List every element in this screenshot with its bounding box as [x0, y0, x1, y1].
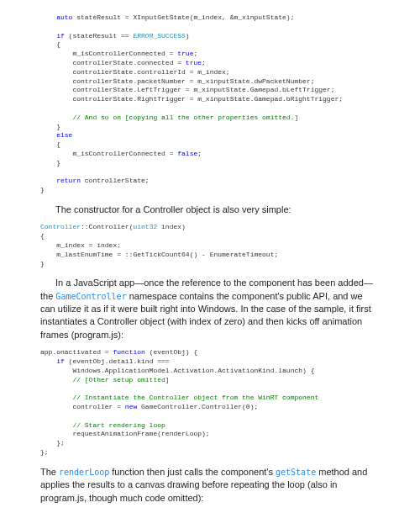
code-text: GameController.Controller(0);	[137, 403, 258, 410]
comment: // Instantiate the Controller object fro…	[72, 394, 318, 401]
code-text: controller =	[40, 403, 125, 410]
api-renderloop: renderLoop	[59, 468, 109, 477]
keyword-function: function	[113, 348, 144, 356]
type-uint32: uint32	[133, 223, 157, 230]
const-error-success: ERROR_SUCCESS	[133, 32, 185, 40]
code-text: (stateResult ==	[65, 32, 134, 40]
code-text: controllerState.controllerId = m_index;	[56, 68, 229, 76]
code-text: controllerState.connected =	[56, 59, 186, 66]
code-text: )	[186, 32, 190, 40]
code-block-2: Controller::Controller(uint32 index) { m…	[40, 223, 380, 268]
code-text: controllerState;	[81, 177, 150, 184]
comment: // Start rendering loop	[72, 421, 165, 429]
code-text: ::Controller(	[81, 223, 133, 230]
code-text: index)	[157, 223, 186, 230]
brace: {	[56, 140, 60, 148]
code-text	[40, 357, 56, 365]
code-text: controllerState.LeftTrigger = m_xinputSt…	[56, 86, 334, 93]
code-text: (eventObj.detail.kind ===	[65, 357, 170, 365]
keyword-if: if	[56, 32, 65, 40]
brace: {	[56, 40, 60, 48]
para3-text-a: The	[40, 467, 59, 477]
para3-text-c: function then just calls the component's	[109, 467, 276, 477]
brace: {	[40, 232, 45, 240]
param-index: index	[97, 241, 117, 249]
code-block-1: auto stateResult = XInputGetState(m_inde…	[40, 13, 380, 195]
brace: }	[56, 159, 60, 167]
comment: // And so on [copying all the other prop…	[72, 114, 298, 121]
keyword-return: return	[56, 177, 81, 184]
api-gamecontroller: GameController	[55, 292, 126, 301]
brace: }	[56, 123, 60, 130]
code-text: controllerState.RightTrigger = m_xinputS…	[56, 95, 343, 103]
paragraph-2: In a JavaScript app—once the reference t…	[40, 277, 380, 341]
keyword-auto: auto	[56, 13, 72, 21]
code-text: app.onactivated =	[40, 348, 113, 356]
brace: }	[40, 186, 45, 193]
code-text: controllerState.packetNumber = m_xinputS…	[56, 77, 314, 85]
code-text: ;	[202, 59, 206, 66]
keyword-else: else	[56, 131, 72, 139]
keyword-if: if	[56, 357, 65, 365]
code-text: m_isControllerConnected =	[56, 150, 177, 157]
code-text: m_lastEnumTime = ::GetTickCount64() - En…	[40, 251, 278, 258]
paragraph-1: The constructor for a Controller object …	[40, 204, 380, 216]
code-text: };	[40, 448, 49, 456]
code-text: (eventObj) {	[145, 348, 197, 356]
code-text: ;	[193, 50, 197, 57]
paragraph-3: The renderLoop function then just calls …	[40, 466, 380, 505]
api-getstate: getState	[276, 468, 316, 477]
keyword-true: true	[186, 59, 202, 66]
keyword-true: true	[177, 50, 193, 57]
code-text: stateResult = XInputGetState(m_index, &m…	[72, 13, 294, 21]
code-text: m_index =	[40, 241, 97, 249]
code-text: };	[40, 439, 65, 447]
type-controller: Controller	[40, 223, 81, 230]
code-text: requestAnimationFrame(renderLoop);	[40, 430, 210, 437]
comment: // [Other setup omitted]	[72, 376, 169, 383]
code-text: m_isControllerConnected =	[56, 50, 177, 57]
keyword-false: false	[177, 150, 197, 157]
brace: }	[40, 260, 45, 267]
code-text: Windows.ApplicationModel.Activation.Acti…	[40, 367, 314, 374]
code-text: ;	[117, 241, 121, 249]
code-text: ;	[197, 150, 202, 157]
page-container: auto stateResult = XInputGetState(m_inde…	[0, 0, 420, 513]
code-block-3: app.onactivated = function (eventObj) { …	[40, 348, 380, 457]
keyword-new: new	[125, 403, 137, 410]
